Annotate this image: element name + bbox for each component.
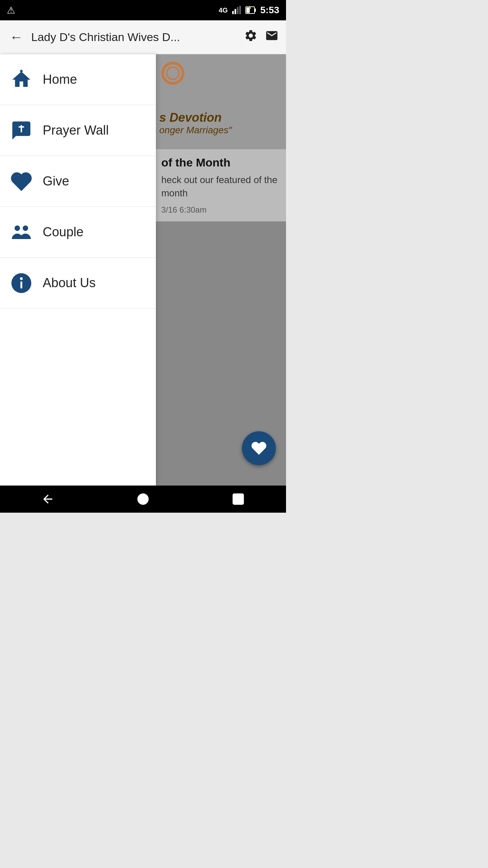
card-title: of the Month — [161, 156, 281, 169]
svg-rect-1 — [235, 9, 236, 14]
sidebar-item-give[interactable]: Give — [0, 156, 156, 207]
mail-button[interactable] — [264, 29, 279, 45]
back-nav-button[interactable] — [41, 492, 55, 506]
sidebar-item-couple[interactable]: Couple — [0, 207, 156, 258]
signal-icon: 4G — [219, 6, 228, 14]
info-icon — [9, 271, 33, 295]
heart-icon — [9, 170, 33, 193]
header-icons — [244, 29, 279, 45]
svg-point-19 — [137, 493, 148, 505]
svg-rect-5 — [255, 8, 256, 12]
status-bar-right: 4G 5:53 — [219, 5, 279, 16]
sidebar-item-prayer-wall-label: Prayer Wall — [43, 123, 109, 138]
featured-card: of the Month heck out our featured of th… — [156, 149, 286, 221]
ring-decoration — [159, 60, 186, 87]
devotion-title: s Devotion — [159, 111, 286, 125]
main-area: Home Prayer Wall Give — [0, 54, 286, 486]
status-bar-left: ⚠ — [7, 5, 15, 16]
svg-rect-0 — [232, 11, 234, 14]
recent-nav-button[interactable] — [231, 492, 245, 506]
back-button[interactable]: ← — [7, 27, 26, 47]
header-title: Lady D's Christian Wives D... — [31, 31, 239, 44]
sidebar-item-about-us[interactable]: About Us — [0, 258, 156, 309]
bottom-navigation — [0, 486, 286, 513]
header: ← Lady D's Christian Wives D... — [0, 20, 286, 54]
svg-rect-2 — [237, 7, 239, 14]
settings-button[interactable] — [244, 29, 258, 45]
home-icon — [9, 68, 33, 92]
svg-rect-20 — [233, 494, 243, 504]
sidebar-item-give-label: Give — [43, 174, 69, 189]
svg-point-13 — [23, 225, 28, 231]
fab-heart-button[interactable] — [242, 431, 276, 465]
svg-point-17 — [163, 63, 183, 83]
card-date: 3/16 6:30am — [161, 205, 281, 215]
svg-rect-16 — [20, 281, 22, 288]
devotion-text-area: s Devotion onger Marriages" — [159, 111, 286, 136]
status-bar: ⚠ 4G 5:53 — [0, 0, 286, 20]
svg-point-12 — [15, 225, 20, 231]
devotion-subtitle: onger Marriages" — [159, 125, 286, 136]
navigation-drawer: Home Prayer Wall Give — [0, 54, 156, 486]
prayer-icon — [9, 119, 33, 142]
battery-icon — [245, 5, 256, 15]
status-time: 5:53 — [260, 5, 279, 16]
warning-icon: ⚠ — [7, 5, 15, 16]
svg-point-18 — [167, 67, 179, 79]
sidebar-item-about-us-label: About Us — [43, 276, 96, 290]
sidebar-item-couple-label: Couple — [43, 225, 83, 239]
svg-point-15 — [20, 277, 23, 280]
background-content: s Devotion onger Marriages" of the Month… — [156, 54, 286, 486]
home-nav-button[interactable] — [136, 492, 150, 506]
card-text: heck out our featured of the month — [161, 173, 281, 200]
svg-rect-6 — [246, 7, 250, 13]
devotion-image-area: s Devotion onger Marriages" — [156, 54, 286, 149]
couple-icon — [9, 220, 33, 244]
signal-bars-icon — [232, 5, 241, 15]
sidebar-item-home[interactable]: Home — [0, 54, 156, 105]
svg-rect-3 — [239, 6, 241, 14]
sidebar-item-prayer-wall[interactable]: Prayer Wall — [0, 105, 156, 156]
sidebar-item-home-label: Home — [43, 72, 77, 87]
